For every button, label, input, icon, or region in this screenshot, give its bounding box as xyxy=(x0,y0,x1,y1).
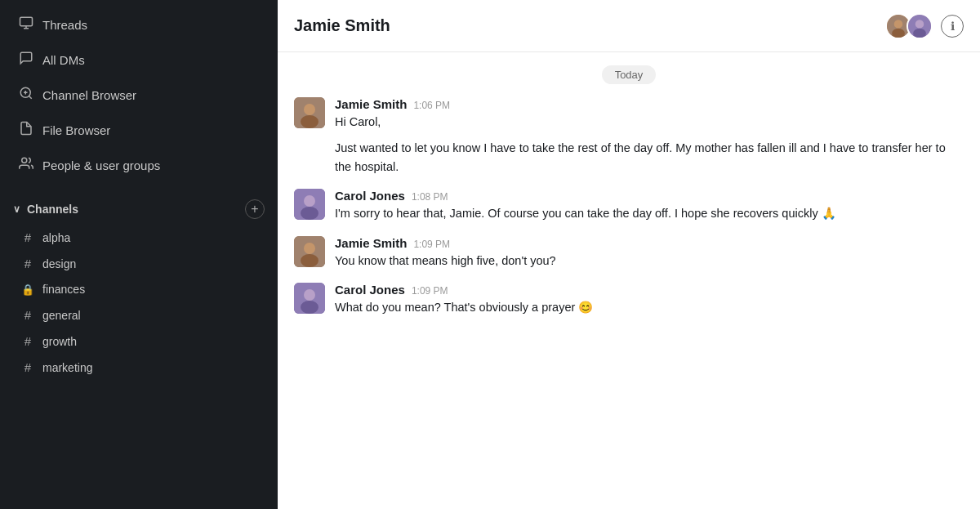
channel-item-marketing[interactable]: # marketing xyxy=(5,355,273,380)
date-divider: Today xyxy=(278,52,980,91)
msg-author-m1: Jamie Smith xyxy=(335,97,407,111)
channel-item-design[interactable]: # design xyxy=(5,251,273,276)
channel-label-growth: growth xyxy=(42,335,77,348)
hash-icon: # xyxy=(21,334,34,348)
msg-text-m1-line1: Hi Carol, xyxy=(335,113,964,131)
avatars-stack[interactable] xyxy=(885,13,933,39)
chat-title: Jamie Smith xyxy=(294,16,390,35)
msg-author-m3: Jamie Smith xyxy=(335,236,407,250)
channel-item-finances[interactable]: 🔒 finances xyxy=(5,277,273,301)
channel-label-marketing: marketing xyxy=(42,361,92,374)
hash-icon: # xyxy=(21,360,34,374)
dm-icon xyxy=(18,51,34,69)
msg-author-m4: Carol Jones xyxy=(335,283,405,297)
svg-point-22 xyxy=(301,254,318,267)
channel-label-design: design xyxy=(42,257,76,270)
info-icon: ℹ xyxy=(951,20,955,33)
sidebar-item-file-browser-label: File Browser xyxy=(42,123,110,137)
sidebar-item-file-browser[interactable]: File Browser xyxy=(5,113,273,147)
sidebar-item-threads[interactable]: Threads xyxy=(5,7,273,42)
msg-header-m2: Carol Jones 1:08 PM xyxy=(335,189,964,203)
sidebar-item-people-label: People & user groups xyxy=(42,159,160,172)
svg-point-16 xyxy=(301,115,318,128)
channels-section-label: Channels xyxy=(27,203,78,216)
channels-section-left[interactable]: ∨ Channels xyxy=(13,203,78,216)
avatar-carol-msg2 xyxy=(294,283,325,314)
sidebar-item-all-dms[interactable]: All DMs xyxy=(5,42,273,77)
channel-label-alpha: alpha xyxy=(42,231,70,244)
message-group-m4: Carol Jones 1:09 PM What do you mean? Th… xyxy=(278,276,980,323)
channels-chevron-icon: ∨ xyxy=(13,203,20,215)
channel-label-finances: finances xyxy=(42,283,85,296)
hash-icon: # xyxy=(21,230,34,244)
avatar-jamie-msg2 xyxy=(294,236,325,267)
svg-point-25 xyxy=(301,301,318,314)
msg-text-m1-line2: Just wanted to let you know I have to ta… xyxy=(335,139,964,176)
message-group-m1: Jamie Smith 1:06 PM Hi Carol, Just wante… xyxy=(278,91,980,182)
msg-header-m1: Jamie Smith 1:06 PM xyxy=(335,97,964,111)
msg-text-m3: You know that means high five, don't you… xyxy=(335,252,964,270)
threads-icon xyxy=(18,16,34,33)
svg-point-15 xyxy=(304,104,315,115)
sidebar-item-people[interactable]: People & user groups xyxy=(5,148,273,182)
msg-author-m2: Carol Jones xyxy=(335,189,405,203)
channel-label-general: general xyxy=(42,309,81,322)
chat-header: Jamie Smith xyxy=(278,0,980,52)
channel-browser-icon xyxy=(18,86,34,104)
msg-header-m3: Jamie Smith 1:09 PM xyxy=(335,236,964,250)
svg-line-4 xyxy=(29,96,31,98)
sidebar-item-channel-browser[interactable]: Channel Browser xyxy=(5,78,273,112)
msg-content-m3: Jamie Smith 1:09 PM You know that means … xyxy=(335,236,964,270)
avatar-jamie-msg xyxy=(294,97,325,128)
msg-content-m1: Jamie Smith 1:06 PM Hi Carol, Just wante… xyxy=(335,97,964,176)
lock-icon: 🔒 xyxy=(21,284,34,296)
msg-content-m4: Carol Jones 1:09 PM What do you mean? Th… xyxy=(335,283,964,316)
main-panel: Jamie Smith xyxy=(278,0,980,509)
svg-point-7 xyxy=(22,158,27,163)
channels-section-header: ∨ Channels + xyxy=(0,190,278,224)
msg-time-m4: 1:09 PM xyxy=(412,285,448,297)
svg-point-24 xyxy=(304,289,315,301)
channel-item-general[interactable]: # general xyxy=(5,302,273,328)
svg-point-21 xyxy=(304,243,315,254)
msg-time-m2: 1:08 PM xyxy=(412,191,448,203)
msg-time-m3: 1:09 PM xyxy=(413,239,450,250)
sidebar-item-channel-browser-label: Channel Browser xyxy=(42,88,136,102)
avatar-carol xyxy=(906,13,933,39)
sidebar: Threads All DMs Channel Browser xyxy=(0,0,278,509)
svg-rect-0 xyxy=(20,17,33,26)
svg-point-18 xyxy=(304,195,315,207)
sidebar-item-all-dms-label: All DMs xyxy=(42,53,85,67)
chat-area: Today Jamie Smith 1:06 PM Hi Carol, Just… xyxy=(278,52,980,509)
message-group-m3: Jamie Smith 1:09 PM You know that means … xyxy=(278,230,980,276)
svg-point-19 xyxy=(301,207,318,220)
file-browser-icon xyxy=(18,121,34,139)
hash-icon: # xyxy=(21,257,34,270)
date-label: Today xyxy=(602,65,657,84)
channel-item-alpha[interactable]: # alpha xyxy=(5,225,273,250)
channel-item-growth[interactable]: # growth xyxy=(5,328,273,354)
sidebar-item-threads-label: Threads xyxy=(42,18,87,32)
svg-point-9 xyxy=(894,20,903,29)
msg-text-m4: What do you mean? That's obviously a pra… xyxy=(335,298,964,316)
header-right: ℹ xyxy=(885,13,964,39)
svg-point-12 xyxy=(915,20,924,29)
message-group-m2: Carol Jones 1:08 PM I'm sorry to hear th… xyxy=(278,182,980,229)
avatar-carol-msg xyxy=(294,189,325,220)
msg-header-m4: Carol Jones 1:09 PM xyxy=(335,283,964,297)
add-channel-button[interactable]: + xyxy=(245,199,265,219)
msg-time-m1: 1:06 PM xyxy=(413,100,450,111)
hash-icon: # xyxy=(21,308,34,322)
msg-content-m2: Carol Jones 1:08 PM I'm sorry to hear th… xyxy=(335,189,964,222)
msg-text-m2: I'm sorry to hear that, Jamie. Of course… xyxy=(335,204,964,222)
info-button[interactable]: ℹ xyxy=(941,15,964,38)
people-icon xyxy=(18,156,34,174)
